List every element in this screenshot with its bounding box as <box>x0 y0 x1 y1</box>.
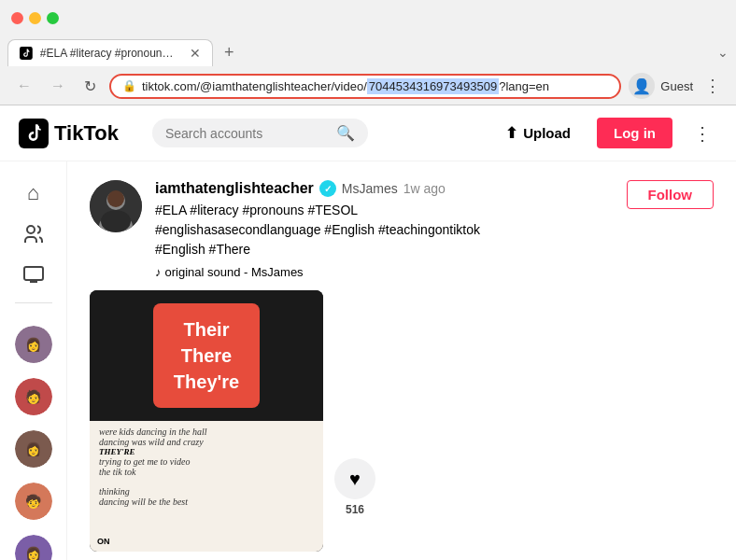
header-more-button[interactable]: ⋮ <box>687 119 717 148</box>
lock-icon: 🔒 <box>122 79 136 92</box>
post-info: iamthatenglishteacher ✓ MsJames 1w ago #… <box>155 180 614 279</box>
video-container: TheirThereThey're were kids dancing in t… <box>90 290 714 552</box>
address-bar[interactable]: 🔒 tiktok.com/@iamthatenglishteacher/vide… <box>109 74 621 99</box>
active-tab[interactable]: #ELA #literacy #pronouns #TE... ✕ <box>7 39 213 66</box>
sound-label: original sound - MsJames <box>165 265 304 279</box>
sidebar-avatar-4[interactable]: 🧒 <box>15 483 52 520</box>
video-text-line2: dancing was wild and crazy <box>99 437 314 447</box>
video-bottom: were kids dancing in the hall dancing wa… <box>90 421 323 552</box>
browser-chrome: #ELA #literacy #pronouns #TE... ✕ + ⌄ ← … <box>0 0 736 105</box>
video-text-line5: thinking <box>99 486 314 497</box>
post-avatar <box>90 180 142 232</box>
upload-button[interactable]: ⬆ Upload <box>494 119 582 147</box>
tab-minimize-icon[interactable]: ⌄ <box>717 45 729 60</box>
url-suffix: ?lang=en <box>499 79 549 93</box>
post-user-row: iamthatenglishteacher ✓ MsJames 1w ago <box>155 180 614 197</box>
home-icon: ⌂ <box>27 181 39 205</box>
refresh-button[interactable]: ↻ <box>78 76 102 97</box>
friends-icon <box>22 223 45 245</box>
svg-point-7 <box>107 190 124 207</box>
follow-button[interactable]: Follow <box>627 180 715 209</box>
svg-point-2 <box>27 226 35 233</box>
tiktok-header: TikTok 🔍 ⬆ Upload Log in ⋮ <box>0 105 736 161</box>
tiktok-logo-icon <box>19 119 49 148</box>
post-username: iamthatenglishteacher <box>155 180 314 197</box>
caption-line3: #English #There <box>155 240 614 259</box>
caption-line2: #englishasasecondlanguage #English #teac… <box>155 220 614 240</box>
browser-more-button[interactable]: ⋮ <box>701 74 725 98</box>
video-text-line1: were kids dancing in the hall <box>99 427 314 437</box>
post-display-name: MsJames <box>342 181 398 196</box>
title-bar <box>0 0 736 35</box>
sidebar: ⌂ 👩 <box>0 161 67 560</box>
video-actions: ♥ 516 <box>334 290 375 552</box>
url-id: 7044534316973493509 <box>367 78 499 94</box>
profile-button[interactable]: 👤 Guest <box>629 73 693 99</box>
video-top: TheirThereThey're <box>90 290 323 421</box>
on-label: ON <box>97 537 110 546</box>
tab-favicon-icon <box>20 46 33 61</box>
svg-rect-3 <box>24 267 43 280</box>
video-writing-area: were kids dancing in the hall dancing wa… <box>90 421 323 483</box>
back-button[interactable]: ← <box>11 76 37 96</box>
like-count: 516 <box>346 503 364 516</box>
search-input[interactable] <box>165 126 329 141</box>
video-text-bottom: thinking dancing will be the best <box>90 483 323 511</box>
they-re-inline: THEY'RE <box>99 447 314 456</box>
caption-line1: #ELA #literacy #pronouns #TESOL <box>155 201 614 220</box>
red-card: TheirThereThey're <box>153 303 260 408</box>
tiktok-logo[interactable]: TikTok <box>19 119 119 148</box>
address-bar-row: ← → ↻ 🔒 tiktok.com/@iamthatenglishteache… <box>0 69 736 105</box>
sidebar-avatar-2[interactable]: 🧑 <box>15 378 52 415</box>
avatar-image <box>90 180 142 232</box>
tab-title: #ELA #literacy #pronouns #TE... <box>40 47 178 60</box>
sidebar-item-friends[interactable] <box>7 217 60 251</box>
sidebar-avatar-3[interactable]: 👩 <box>15 430 52 468</box>
address-text: tiktok.com/@iamthatenglishteacher/video/… <box>142 79 608 93</box>
forward-button[interactable]: → <box>45 76 71 96</box>
post-time: 1w ago <box>403 181 446 196</box>
post-caption: #ELA #literacy #pronouns #TESOL #english… <box>155 201 614 259</box>
verified-badge: ✓ <box>319 180 336 197</box>
video-text-line4: the tik tok <box>99 467 314 477</box>
login-button[interactable]: Log in <box>597 118 672 148</box>
maximize-button[interactable] <box>47 12 59 24</box>
sound-icon: ♪ <box>155 265 162 279</box>
sidebar-item-home[interactable]: ⌂ <box>7 176 60 210</box>
search-icon: 🔍 <box>336 124 355 142</box>
profile-icon: 👤 <box>629 73 655 99</box>
svg-rect-0 <box>20 47 33 60</box>
url-prefix: tiktok.com/@iamthatenglishteacher/video/ <box>142 79 367 93</box>
video-text-line6: dancing will be the best <box>99 497 314 507</box>
upload-icon: ⬆ <box>505 124 517 142</box>
sidebar-avatar-5[interactable]: 👩 <box>15 535 52 560</box>
heart-icon-circle: ♥ <box>334 458 375 499</box>
video-text-line3: trying to get me to video <box>99 456 314 467</box>
like-button[interactable]: ♥ 516 <box>334 458 375 516</box>
sidebar-item-explore[interactable] <box>7 259 60 292</box>
svg-point-8 <box>101 210 131 232</box>
sidebar-avatar-1[interactable]: 👩 <box>15 326 52 363</box>
main-layout: ⌂ 👩 <box>0 161 736 560</box>
sidebar-avatars: 👩 🧑 👩 🧒 👩 <box>15 322 52 560</box>
tiktok-app: TikTok 🔍 ⬆ Upload Log in ⋮ ⌂ <box>0 105 736 560</box>
traffic-lights <box>11 12 59 24</box>
tab-bar: #ELA #literacy #pronouns #TE... ✕ + ⌄ <box>0 35 736 69</box>
content-area: iamthatenglishteacher ✓ MsJames 1w ago #… <box>67 161 736 560</box>
logo-text: TikTok <box>54 121 119 146</box>
sidebar-divider <box>15 302 52 303</box>
search-bar[interactable]: 🔍 <box>152 119 368 147</box>
post-header: iamthatenglishteacher ✓ MsJames 1w ago #… <box>90 180 714 279</box>
tv-icon <box>22 263 45 286</box>
tab-close-icon[interactable]: ✕ <box>190 46 201 61</box>
new-tab-button[interactable]: + <box>219 41 240 64</box>
close-button[interactable] <box>11 12 23 24</box>
profile-label: Guest <box>660 79 693 93</box>
video-wrapper[interactable]: TheirThereThey're were kids dancing in t… <box>90 290 323 552</box>
minimize-button[interactable] <box>29 12 41 24</box>
heart-icon: ♥ <box>349 469 361 490</box>
post-sound: ♪ original sound - MsJames <box>155 265 614 279</box>
